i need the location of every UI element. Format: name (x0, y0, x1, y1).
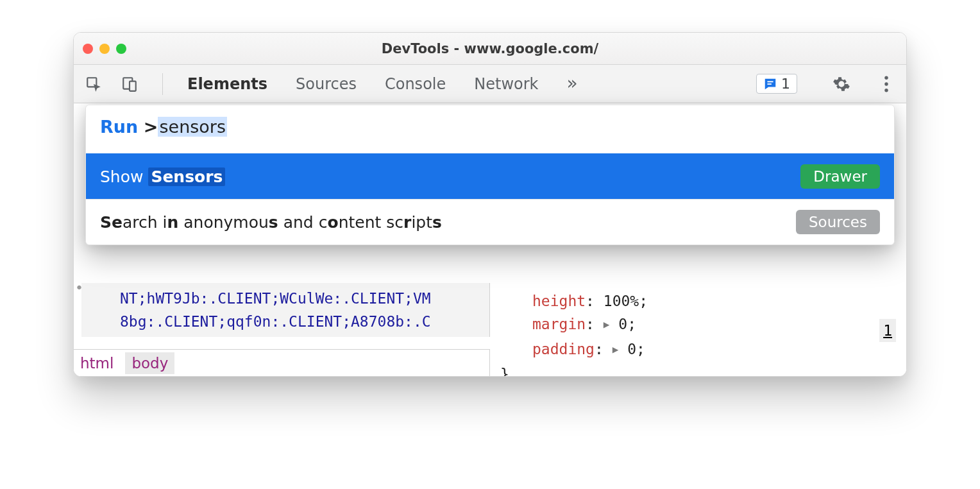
messages-button[interactable]: 1 (756, 74, 797, 94)
dom-line-1: NT;hWT9Jb:.CLIENT;WCulWe:.CLIENT;VM (120, 287, 483, 310)
kebab-menu-icon[interactable] (877, 74, 896, 94)
tab-sources[interactable]: Sources (294, 73, 358, 95)
breadcrumb-html[interactable]: html (80, 355, 114, 372)
css-val: 100% (604, 293, 639, 309)
settings-icon[interactable] (832, 74, 851, 94)
css-val: 0 (618, 316, 627, 332)
command-input[interactable]: Run >sensors (86, 105, 894, 153)
devtools-toolbar: Elements Sources Console Network » 1 (74, 65, 906, 103)
maximize-icon[interactable] (116, 44, 126, 54)
css-prop: padding (532, 341, 595, 357)
css-prop: height (532, 293, 586, 309)
divider-icon (162, 73, 163, 95)
svg-rect-2 (130, 81, 136, 90)
tab-elements[interactable]: Elements (186, 73, 269, 95)
message-icon (763, 77, 777, 91)
command-item-label: Search in anonymous and content scripts (100, 213, 442, 232)
command-item[interactable]: Search in anonymous and content scriptsS… (86, 199, 894, 244)
more-tabs-icon[interactable]: » (565, 73, 579, 96)
titlebar: DevTools - www.google.com/ (74, 33, 906, 65)
inspect-icon[interactable] (84, 74, 103, 94)
run-label: Run (100, 117, 138, 137)
command-query: sensors (158, 117, 227, 137)
css-declaration[interactable]: margin: ▶ 0; (500, 313, 896, 338)
device-toggle-icon[interactable] (120, 74, 139, 94)
command-item-badge: Drawer (800, 164, 880, 189)
close-icon[interactable] (83, 44, 93, 54)
svg-rect-3 (767, 81, 773, 82)
panel-tabs: Elements Sources Console Network » 1 (186, 73, 896, 96)
svg-rect-4 (767, 83, 771, 85)
breadcrumb-body[interactable]: body (125, 352, 174, 374)
expand-icon[interactable]: ▶ (604, 313, 610, 336)
expand-icon[interactable]: ▶ (612, 338, 619, 361)
devtools-window: DevTools - www.google.com/ Elements Sour… (73, 32, 907, 377)
command-item-badge: Sources (796, 210, 880, 234)
css-close-brace: } (500, 366, 509, 377)
svg-point-7 (884, 89, 888, 92)
command-item[interactable]: Show SensorsDrawer (86, 153, 894, 199)
tab-console[interactable]: Console (384, 73, 447, 95)
command-menu: Run >sensors Show SensorsDrawerSearch in… (85, 105, 895, 245)
minimize-icon[interactable] (99, 44, 110, 54)
dom-snippet: NT;hWT9Jb:.CLIENT;WCulWe:.CLIENT;VM 8bg:… (81, 283, 490, 337)
css-declaration[interactable]: padding: ▶ 0; (500, 338, 896, 363)
css-declaration[interactable]: height: 100%; (500, 289, 896, 313)
styles-link[interactable]: 1 (879, 319, 896, 342)
styles-pane: 1 height: 100%;margin: ▶ 0;padding: ▶ 0;… (490, 264, 906, 377)
css-val: 0 (627, 341, 636, 357)
svg-point-5 (884, 76, 888, 79)
breadcrumb: html body (74, 349, 490, 376)
panel-body: •• NT;hWT9Jb:.CLIENT;WCulWe:.CLIENT;VM 8… (74, 103, 906, 376)
svg-point-6 (884, 82, 888, 85)
window-controls (83, 44, 126, 54)
dom-line-2: 8bg:.CLIENT;qqf0n:.CLIENT;A8708b:.C (120, 310, 483, 333)
messages-count: 1 (781, 76, 790, 92)
command-prefix: > (144, 117, 158, 137)
tab-network[interactable]: Network (473, 73, 539, 95)
window-title: DevTools - www.google.com/ (74, 41, 906, 56)
command-item-label: Show Sensors (100, 167, 225, 186)
css-prop: margin (532, 316, 586, 332)
